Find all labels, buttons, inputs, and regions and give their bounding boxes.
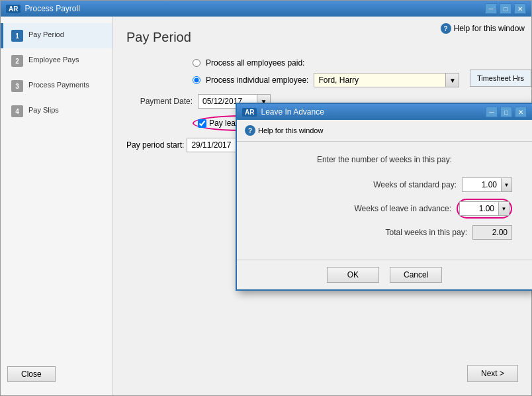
- sidebar-item-pay-slips[interactable]: 4 Pay Slips: [1, 99, 112, 124]
- radio-all-label: Process all employees paid:: [206, 58, 304, 68]
- main-area: ? Help for this window Pay Period Proces…: [113, 17, 531, 395]
- pay-leave-checkbox[interactable]: [198, 119, 206, 128]
- radio-group: Process all employees paid: Process indi…: [126, 58, 518, 87]
- close-button[interactable]: Close: [7, 366, 56, 382]
- app-badge: AR: [6, 5, 21, 13]
- dialog-help-text: Help for this window: [258, 126, 323, 134]
- standard-pay-row: Weeks of standard pay: ▼: [257, 177, 512, 192]
- step-1-badge: 1: [11, 30, 23, 42]
- dialog-body: Enter the number of weeks in this pay: W…: [237, 142, 532, 260]
- step-1-label: Pay Period: [28, 30, 64, 40]
- dialog-title-bar: AR Leave In Advance ─ □ ✕: [237, 104, 532, 120]
- radio-individual[interactable]: [193, 76, 200, 84]
- step-4-label: Pay Slips: [28, 105, 59, 115]
- title-bar: AR Process Payroll ─ □ ✕: [1, 1, 531, 17]
- payment-date-label: Payment Date:: [126, 97, 193, 106]
- dialog-controls: ─ □ ✕: [486, 107, 527, 117]
- dialog-help[interactable]: ? Help for this window: [237, 120, 532, 142]
- dialog-footer: OK Cancel: [237, 260, 532, 289]
- standard-pay-spinner[interactable]: ▼: [502, 177, 512, 192]
- sidebar-item-pay-period[interactable]: 1 Pay Period: [1, 23, 112, 48]
- help-text: Help for this window: [454, 24, 525, 33]
- help-bar[interactable]: ? Help for this window: [441, 23, 525, 34]
- next-button[interactable]: Next >: [467, 365, 518, 382]
- sidebar-item-employee-pays[interactable]: 2 Employee Pays: [1, 48, 112, 74]
- leave-in-advance-dialog: AR Leave In Advance ─ □ ✕ ? Help for thi…: [236, 103, 532, 291]
- minimize-button[interactable]: ─: [485, 3, 497, 14]
- title-bar-controls: ─ □ ✕: [485, 3, 526, 14]
- timesheet-label: Timesheet Hrs: [477, 74, 524, 82]
- step-4-badge: 4: [11, 105, 23, 117]
- radio-all-row: Process all employees paid:: [126, 58, 518, 68]
- leave-advance-input[interactable]: [459, 201, 499, 216]
- step-2-badge: 2: [11, 55, 23, 67]
- maximize-button[interactable]: □: [500, 3, 511, 14]
- timesheet-box: Timesheet Hrs: [470, 70, 531, 87]
- dialog-minimize[interactable]: ─: [486, 107, 498, 117]
- close-button[interactable]: ✕: [514, 3, 526, 14]
- leave-advance-field: ▼: [459, 201, 510, 216]
- window-title: Process Payroll: [24, 4, 79, 13]
- main-content: 1 Pay Period 2 Employee Pays 3 Process P…: [1, 17, 531, 395]
- leave-advance-circled: ▼: [457, 199, 512, 219]
- cancel-button[interactable]: Cancel: [390, 267, 442, 283]
- radio-individual-row: Process individual employee: ▼: [126, 73, 518, 87]
- help-icon: ?: [441, 23, 451, 34]
- main-window: AR Process Payroll ─ □ ✕ 1 Pay Period 2 …: [0, 0, 532, 396]
- leave-advance-label: Weeks of leave in advance:: [354, 204, 451, 213]
- employee-input[interactable]: [314, 73, 446, 87]
- dialog-badge: AR: [242, 108, 257, 117]
- dialog-title: Leave In Advance: [261, 107, 324, 117]
- sidebar-item-process-payments[interactable]: 3 Process Payments: [1, 74, 112, 99]
- radio-all[interactable]: [193, 59, 200, 67]
- standard-pay-label: Weeks of standard pay:: [373, 180, 457, 189]
- dialog-close[interactable]: ✕: [515, 107, 527, 117]
- employee-dropdown: ▼: [314, 73, 459, 87]
- sidebar-bottom: Close: [1, 360, 112, 389]
- sidebar: 1 Pay Period 2 Employee Pays 3 Process P…: [1, 17, 113, 395]
- employee-dropdown-btn[interactable]: ▼: [446, 73, 459, 87]
- radio-individual-label: Process individual employee:: [206, 75, 308, 85]
- total-label: Total weeks in this pay:: [386, 228, 467, 237]
- dialog-maximize[interactable]: □: [500, 107, 512, 117]
- step-3-badge: 3: [11, 80, 23, 92]
- dialog-prompt: Enter the number of weeks in this pay:: [257, 155, 512, 164]
- ok-button[interactable]: OK: [327, 267, 379, 283]
- step-3-label: Process Payments: [28, 80, 89, 90]
- step-2-label: Employee Pays: [28, 55, 79, 65]
- standard-pay-field: ▼: [462, 177, 512, 192]
- dialog-help-icon: ?: [245, 125, 255, 136]
- title-bar-left: AR Process Payroll: [6, 4, 80, 13]
- leave-advance-row: Weeks of leave in advance: ▼: [257, 199, 512, 219]
- total-row: Total weeks in this pay: 2.00: [257, 225, 512, 240]
- leave-advance-spinner[interactable]: ▼: [499, 201, 510, 216]
- period-start-label: Pay period start:: [126, 140, 184, 150]
- standard-pay-input[interactable]: [462, 177, 502, 192]
- total-value: 2.00: [472, 225, 512, 240]
- dialog-title-left: AR Leave In Advance: [242, 107, 324, 117]
